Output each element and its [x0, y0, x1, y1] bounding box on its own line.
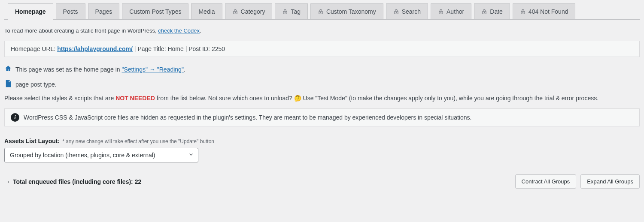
txt: from the list below. Not sure which ones… — [155, 95, 294, 102]
tab-label: Search — [402, 8, 421, 15]
post-type-page-word: page — [15, 81, 29, 88]
total-enqueued-line: → Total enqueued files (including core f… — [4, 178, 141, 185]
page-title-label: Page Title: — [137, 45, 167, 52]
core-files-text: WordPress CSS & JavaScript core files ar… — [24, 114, 471, 121]
post-type-rest: post type. — [29, 81, 57, 88]
intro-period: . — [200, 27, 201, 34]
tab-tag[interactable]: Tag — [275, 3, 308, 20]
tab-homepage[interactable]: Homepage — [8, 3, 53, 20]
sep: | — [133, 45, 137, 52]
tab-category[interactable]: Category — [225, 3, 273, 20]
total-value: 22 — [135, 178, 142, 185]
tab-custom-taxonomy[interactable]: Custom Taxonomy — [310, 3, 383, 20]
tab-label: Posts — [63, 8, 78, 15]
svg-point-5 — [320, 12, 321, 13]
tab-label: Date — [490, 8, 503, 15]
arrow-icon: → — [4, 178, 10, 185]
assets-layout-label-row: Assets List Layout: * any new change wil… — [4, 138, 640, 144]
footer-row: → Total enqueued files (including core f… — [4, 174, 640, 189]
tab-label: Tag — [291, 8, 301, 15]
tab-label: Custom Taxonomy — [326, 8, 376, 15]
txt: Use "Test Mode" (to make the changes app… — [301, 95, 598, 102]
home-icon — [4, 65, 12, 74]
lock-icon — [438, 9, 444, 15]
period: . — [184, 66, 185, 73]
homepage-info-box: Homepage URL: https://ahplayground.com/ … — [4, 41, 640, 57]
info-icon: i — [11, 113, 19, 122]
lock-icon — [481, 9, 487, 15]
tab-search[interactable]: Search — [386, 3, 428, 20]
assets-layout-select[interactable]: Grouped by location (themes, plugins, co… — [4, 148, 198, 162]
tab-bar: HomepagePostsPagesCustom Post TypesMedia… — [4, 3, 640, 20]
thinking-emoji: 🤔 — [294, 95, 301, 102]
total-label: Total enqueued files (including core fil… — [13, 178, 135, 185]
page-title-value: Home — [167, 45, 183, 52]
set-as-homepage-note: This page was set as the home page in "S… — [4, 65, 640, 74]
tab-pages[interactable]: Pages — [88, 3, 120, 20]
lock-icon — [520, 9, 526, 15]
homepage-url-link[interactable]: https://ahplayground.com/ — [57, 45, 133, 52]
homepage-url-label: Homepage URL: — [11, 45, 57, 52]
svg-point-11 — [484, 12, 485, 13]
assets-layout-hint: * any new change will take effect after … — [62, 138, 214, 144]
svg-point-13 — [522, 12, 523, 13]
svg-point-1 — [235, 12, 235, 13]
svg-point-7 — [396, 12, 396, 13]
lock-icon — [318, 9, 324, 15]
expand-all-button[interactable]: Expand All Groups — [580, 174, 640, 189]
lock-icon — [232, 9, 238, 15]
sep: | — [184, 45, 188, 52]
tab-label: Media — [198, 8, 215, 15]
tab-media[interactable]: Media — [191, 3, 222, 20]
core-files-notice: i WordPress CSS & JavaScript core files … — [4, 108, 640, 126]
tab-label: Author — [447, 8, 464, 15]
unload-instruction: Please select the styles & scripts that … — [4, 95, 640, 102]
tab-label: Pages — [95, 8, 112, 15]
post-type-note: page post type. — [4, 80, 640, 89]
page-icon — [4, 80, 12, 89]
tab-custom-post-types[interactable]: Custom Post Types — [122, 3, 188, 20]
tab-author[interactable]: Author — [431, 3, 471, 20]
settings-reading-link[interactable]: "Settings" → "Reading" — [122, 66, 183, 73]
tab-label: Custom Post Types — [129, 8, 181, 15]
codex-link[interactable]: check the Codex — [158, 27, 200, 34]
lock-icon — [393, 9, 399, 15]
set-as-homepage-prefix: This page was set as the home page in — [15, 66, 122, 73]
tab-label: Homepage — [15, 8, 46, 15]
tab-label: Category — [241, 8, 265, 15]
contract-all-button[interactable]: Contract All Groups — [515, 174, 577, 189]
svg-point-9 — [440, 12, 441, 13]
intro-prefix: To read more about creating a static fro… — [4, 27, 158, 34]
tab-404-not-found[interactable]: 404 Not Found — [513, 3, 576, 20]
tab-label: 404 Not Found — [529, 8, 568, 15]
post-id-value: 2250 — [212, 45, 225, 52]
intro-text: To read more about creating a static fro… — [4, 27, 640, 34]
tab-date[interactable]: Date — [474, 3, 510, 20]
post-id-label: Post ID: — [188, 45, 212, 52]
assets-layout-select-wrap: Grouped by location (themes, plugins, co… — [4, 148, 198, 162]
not-needed-emphasis: NOT NEEDED — [115, 95, 155, 102]
group-buttons: Contract All Groups Expand All Groups — [515, 174, 640, 189]
svg-point-3 — [285, 12, 286, 13]
assets-layout-label: Assets List Layout: — [4, 138, 60, 144]
txt: Please select the styles & scripts that … — [4, 95, 115, 102]
tab-posts[interactable]: Posts — [56, 3, 85, 20]
lock-icon — [282, 9, 288, 15]
